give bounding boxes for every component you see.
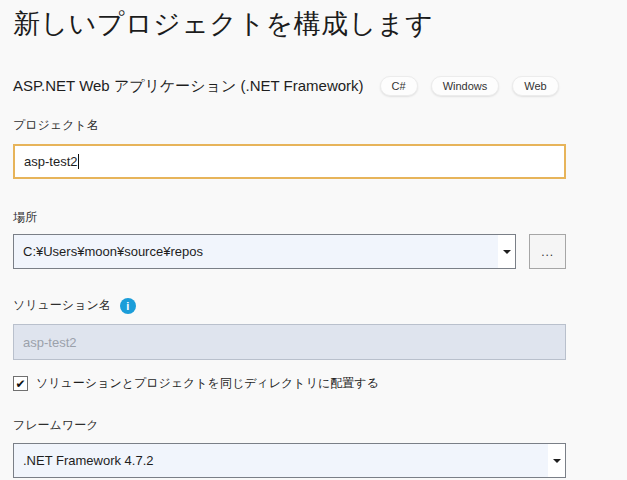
project-config-form: プロジェクト名 asp-test2 場所 C:¥Users¥moon¥sourc… (13, 115, 566, 478)
template-tags: C# Windows Web (380, 76, 559, 96)
framework-group: フレームワーク .NET Framework 4.7.2 (13, 415, 566, 478)
same-directory-checkbox[interactable]: ✔ (13, 376, 28, 391)
project-name-value: asp-test2 (24, 154, 77, 169)
tag-csharp: C# (380, 76, 418, 96)
browse-button[interactable]: ... (529, 234, 566, 269)
tag-web: Web (512, 76, 558, 96)
solution-name-group: ソリューション名 i asp-test2 ✔ ソリューションとプロジェクトを同じ… (13, 297, 566, 392)
same-directory-row: ✔ ソリューションとプロジェクトを同じディレクトリに配置する (13, 375, 566, 392)
solution-name-value: asp-test2 (23, 335, 76, 350)
page-title: 新しいプロジェクトを構成します (13, 6, 617, 42)
chevron-down-icon (503, 250, 511, 254)
project-name-group: プロジェクト名 asp-test2 (13, 115, 566, 179)
info-icon[interactable]: i (120, 298, 136, 314)
framework-label: フレームワーク (13, 417, 98, 434)
template-summary-row: ASP.NET Web アプリケーション (.NET Framework) C#… (13, 76, 617, 96)
same-directory-label[interactable]: ソリューションとプロジェクトを同じディレクトリに配置する (36, 375, 379, 392)
solution-name-label-row: ソリューション名 i (13, 297, 566, 314)
tag-windows: Windows (431, 76, 500, 96)
location-group: 場所 C:¥Users¥moon¥source¥repos ... (13, 207, 566, 269)
project-name-label: プロジェクト名 (13, 117, 99, 134)
location-combobox[interactable]: C:¥Users¥moon¥source¥repos (13, 234, 516, 269)
chevron-down-icon (553, 459, 561, 463)
checkmark-icon: ✔ (15, 378, 25, 390)
location-label: 場所 (13, 209, 37, 226)
text-caret (78, 154, 79, 169)
solution-name-input-disabled: asp-test2 (13, 324, 566, 360)
configure-project-page: 新しいプロジェクトを構成します ASP.NET Web アプリケーション (.N… (0, 0, 627, 478)
location-row: C:¥Users¥moon¥source¥repos ... (13, 234, 566, 269)
solution-name-label: ソリューション名 (13, 297, 111, 314)
framework-combobox[interactable]: .NET Framework 4.7.2 (13, 443, 566, 478)
project-name-input[interactable]: asp-test2 (13, 144, 566, 179)
location-dropdown-button[interactable] (498, 235, 515, 268)
project-template-name: ASP.NET Web アプリケーション (.NET Framework) (13, 77, 364, 96)
framework-value: .NET Framework 4.7.2 (14, 444, 548, 477)
framework-dropdown-button[interactable] (548, 444, 565, 477)
location-value: C:¥Users¥moon¥source¥repos (14, 235, 498, 268)
